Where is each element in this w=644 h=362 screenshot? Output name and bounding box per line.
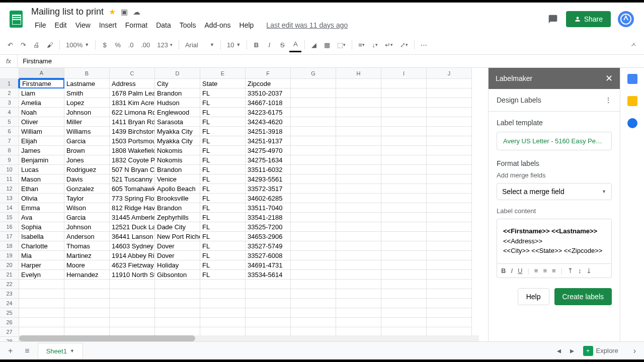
rte-align-right-button[interactable]: ≡ <box>552 267 556 275</box>
cell[interactable] <box>246 299 291 308</box>
rotate-button[interactable]: ⤢ ▾ <box>397 38 411 52</box>
rte-align-left-button[interactable]: ≡ <box>534 267 538 275</box>
menu-addons[interactable]: Add-ons <box>201 19 234 31</box>
cell[interactable]: 34653-2906 <box>246 232 291 241</box>
cell[interactable]: 1678 Palm Leaf <box>110 88 155 98</box>
bold-button[interactable]: B <box>250 38 262 52</box>
rte-valign-top-button[interactable]: ⤒ <box>568 267 573 275</box>
undo-button[interactable]: ↶ <box>4 38 16 52</box>
row-header[interactable]: 23 <box>0 289 19 299</box>
cell[interactable]: Liam <box>19 88 64 98</box>
cell[interactable] <box>19 299 64 308</box>
row-header[interactable]: 15 <box>0 213 19 222</box>
row-header[interactable]: 5 <box>0 117 19 127</box>
cell[interactable]: James <box>19 146 64 155</box>
cell[interactable]: Gibsonton <box>155 270 200 280</box>
cell[interactable] <box>291 127 336 136</box>
cell[interactable]: Apollo Beach <box>155 184 200 194</box>
cell[interactable] <box>110 308 155 318</box>
cell[interactable]: Johnson <box>64 108 110 117</box>
cloud-status-icon[interactable]: ☁ <box>133 8 140 17</box>
add-sheet-button[interactable]: + <box>4 343 17 358</box>
cell[interactable] <box>336 165 381 174</box>
row-header[interactable]: 1 <box>0 79 19 88</box>
cell[interactable]: 1808 Wakefield l <box>110 146 155 155</box>
cell[interactable]: Benjamin <box>19 155 64 165</box>
cell[interactable]: Ethan <box>19 184 64 194</box>
cell[interactable] <box>427 108 472 117</box>
cell[interactable]: 33525-7200 <box>246 222 291 232</box>
row-header[interactable]: 19 <box>0 251 19 260</box>
cell[interactable] <box>427 174 472 184</box>
strike-button[interactable]: S <box>276 38 288 52</box>
cell[interactable] <box>336 108 381 117</box>
cell[interactable]: Emma <box>19 203 64 213</box>
row-header[interactable]: 17 <box>0 232 19 241</box>
cell[interactable] <box>291 165 336 174</box>
cell[interactable]: Dover <box>155 241 200 251</box>
cell[interactable]: Rodriguez <box>64 165 110 174</box>
expand-side-button[interactable]: › <box>629 343 640 358</box>
cell[interactable] <box>291 194 336 203</box>
cell[interactable]: 33527-6008 <box>246 251 291 260</box>
cell[interactable]: Zephyrhills <box>155 213 200 222</box>
column-header[interactable]: D <box>155 68 200 79</box>
cell[interactable]: FL <box>200 174 246 184</box>
cell[interactable]: Address <box>110 79 155 88</box>
row-header[interactable]: 11 <box>0 174 19 184</box>
cell[interactable] <box>110 289 155 299</box>
cell[interactable]: 1411 Bryan Rd <box>110 117 155 127</box>
cell[interactable]: Nokomis <box>155 146 200 155</box>
cell[interactable] <box>246 308 291 318</box>
cell[interactable] <box>291 174 336 184</box>
cell[interactable]: Lopez <box>64 98 110 108</box>
sheets-logo[interactable] <box>6 9 26 29</box>
cell[interactable]: Evelyn <box>19 270 64 280</box>
cell[interactable]: City <box>155 79 200 88</box>
cell[interactable]: Taylor <box>64 194 110 203</box>
cell[interactable] <box>336 251 381 260</box>
paint-format-button[interactable]: 🖌 <box>44 38 56 52</box>
cell[interactable] <box>291 251 336 260</box>
cell[interactable] <box>427 270 472 280</box>
cell[interactable]: 34275-1634 <box>246 155 291 165</box>
h-align-button[interactable]: ≡ ▾ <box>355 38 368 52</box>
rte-bold-button[interactable]: B <box>501 267 506 275</box>
cell[interactable] <box>64 318 110 327</box>
cell[interactable] <box>336 146 381 155</box>
cell[interactable] <box>291 213 336 222</box>
cell[interactable] <box>336 79 381 88</box>
close-icon[interactable]: ✕ <box>605 73 613 84</box>
cell[interactable]: FL <box>200 270 246 280</box>
cell[interactable] <box>381 146 427 155</box>
share-button[interactable]: Share <box>566 11 611 27</box>
more-tools-button[interactable]: ⋯ <box>418 38 430 52</box>
cell[interactable] <box>427 289 472 299</box>
cell[interactable] <box>19 318 64 327</box>
cell[interactable] <box>427 194 472 203</box>
cell[interactable]: Brandon <box>155 165 200 174</box>
cell[interactable]: Sarasota <box>155 117 200 127</box>
redo-button[interactable]: ↷ <box>17 38 29 52</box>
cell[interactable]: Nokomis <box>155 155 200 165</box>
cell[interactable]: FL <box>200 222 246 232</box>
column-header[interactable]: B <box>64 68 110 79</box>
cell[interactable]: Moore <box>64 260 110 270</box>
more-icon[interactable]: ⋮ <box>605 96 612 104</box>
cell[interactable]: 34293-5561 <box>246 174 291 184</box>
cell[interactable] <box>291 260 336 270</box>
star-icon[interactable]: ★ <box>109 7 116 17</box>
cell[interactable]: FL <box>200 88 246 98</box>
cell[interactable]: Brown <box>64 146 110 155</box>
cell[interactable]: 11910 North St <box>110 270 155 280</box>
cell[interactable] <box>19 280 64 289</box>
cell[interactable] <box>427 213 472 222</box>
row-header[interactable]: 10 <box>0 165 19 174</box>
row-header[interactable]: 2 <box>0 88 19 98</box>
cell[interactable] <box>427 184 472 194</box>
cell[interactable] <box>427 117 472 127</box>
row-header[interactable]: 22 <box>0 280 19 289</box>
cell[interactable] <box>110 280 155 289</box>
cell[interactable]: FL <box>200 213 246 222</box>
row-header[interactable]: 18 <box>0 241 19 251</box>
